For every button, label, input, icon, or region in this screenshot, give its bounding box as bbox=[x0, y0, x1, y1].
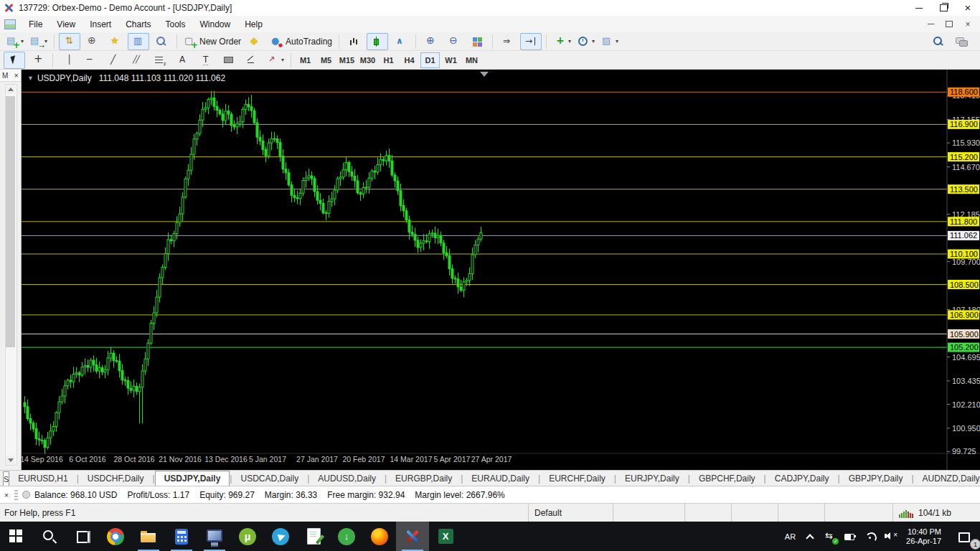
taskbar-start-button[interactable] bbox=[0, 522, 33, 551]
market-watch-button[interactable] bbox=[59, 33, 80, 50]
timeframe-w1[interactable]: W1 bbox=[441, 52, 461, 68]
arrows-button[interactable]: ▾ bbox=[264, 52, 286, 69]
tray-overflow-button[interactable] bbox=[800, 522, 820, 551]
scrollbar-thumb[interactable] bbox=[6, 96, 15, 347]
taskbar-idm-button[interactable]: ↓ bbox=[330, 522, 363, 551]
chart-tab-gbpchf[interactable]: GBPCHF,Daily bbox=[690, 472, 764, 486]
profile-cell[interactable]: Default bbox=[528, 504, 613, 522]
wifi-tray-button[interactable] bbox=[860, 522, 880, 551]
taskbar-remote-desktop-button[interactable] bbox=[198, 522, 231, 551]
chart-tab-audusd[interactable]: AUDUSD,Daily bbox=[309, 472, 385, 486]
auto-scroll-button[interactable] bbox=[497, 33, 519, 50]
action-center-button[interactable]: 1 bbox=[947, 522, 980, 551]
metaeditor-button[interactable] bbox=[245, 33, 266, 50]
chart-tab-usdchf[interactable]: USDCHF,Daily bbox=[79, 472, 153, 486]
taskbar-utorrent-button[interactable]: µ bbox=[231, 522, 264, 551]
market-watch-close-icon[interactable]: × bbox=[14, 71, 19, 80]
taskbar-firefox-button[interactable] bbox=[363, 522, 396, 551]
taskbar-notes-button[interactable] bbox=[297, 522, 330, 551]
menu-help[interactable]: Help bbox=[237, 17, 270, 32]
chart-child-icon[interactable] bbox=[4, 19, 16, 29]
equidistant-channel-button[interactable] bbox=[126, 52, 148, 69]
chart-tab-eurjpy[interactable]: EURJPY,Daily bbox=[616, 472, 688, 486]
chart-tab-usdcad[interactable]: USDCAD,Daily bbox=[232, 472, 307, 486]
taskbar-telegram-button[interactable] bbox=[264, 522, 297, 551]
chevron-down-icon[interactable]: ▾ bbox=[21, 38, 24, 44]
clock-tray-button[interactable]: 10:40 PM 26-Apr-17 bbox=[900, 522, 947, 551]
chevron-down-icon[interactable]: ▾ bbox=[616, 38, 618, 44]
cursor-button[interactable] bbox=[4, 52, 25, 69]
timeframe-m1[interactable]: M1 bbox=[296, 52, 315, 68]
chart-tab-gbpjpy[interactable]: GBPJPY,Daily bbox=[840, 472, 912, 486]
text-label-button[interactable] bbox=[195, 52, 217, 69]
chart-shift-button[interactable] bbox=[520, 33, 542, 50]
market-watch-scrollbar[interactable] bbox=[5, 84, 17, 466]
scroll-up-arrow-icon[interactable] bbox=[6, 85, 15, 94]
chart-tab-euraud[interactable]: EURAUD,Daily bbox=[463, 472, 538, 486]
taskbar-task-view-button[interactable] bbox=[66, 522, 99, 551]
chevron-down-icon[interactable]: ▾ bbox=[592, 38, 595, 44]
fibonacci-button[interactable] bbox=[149, 52, 171, 69]
line-chart-button[interactable] bbox=[390, 33, 411, 50]
market-watch-symbols-tab[interactable]: S bbox=[3, 471, 9, 486]
new-order-button[interactable]: New Order bbox=[182, 33, 243, 50]
taskbar-chrome-button[interactable] bbox=[99, 522, 132, 551]
trendline-button[interactable] bbox=[103, 52, 125, 69]
chart-tab-cadjpy[interactable]: CADJPY,Daily bbox=[766, 472, 838, 486]
chart-tab-audnzd[interactable]: AUDNZD,Daily bbox=[914, 472, 980, 486]
candlesticks-button[interactable] bbox=[367, 33, 388, 50]
chart-tab-usdjpy[interactable]: USDJPY,Daily bbox=[155, 471, 230, 486]
profiles-button[interactable]: ▾ bbox=[27, 33, 50, 50]
chevron-down-icon[interactable]: ▾ bbox=[281, 57, 284, 63]
data-window-button[interactable] bbox=[82, 33, 103, 50]
periods-button[interactable]: ▾ bbox=[575, 33, 597, 50]
menu-charts[interactable]: Charts bbox=[118, 17, 158, 32]
text-button[interactable] bbox=[172, 52, 194, 69]
menu-window[interactable]: Window bbox=[193, 17, 238, 32]
timeframe-mn[interactable]: MN bbox=[462, 52, 481, 68]
chevron-down-icon[interactable]: ▾ bbox=[44, 38, 47, 44]
taskbar-metatrader-button[interactable] bbox=[396, 522, 429, 551]
search-button[interactable] bbox=[928, 33, 949, 50]
zoom-in-button[interactable] bbox=[420, 33, 442, 50]
rectangle-button[interactable] bbox=[218, 52, 240, 69]
terminal-grip-handle[interactable] bbox=[14, 490, 18, 500]
chart-tab-eurgbp[interactable]: EURGBP,Daily bbox=[387, 472, 461, 486]
terminal-close-icon[interactable]: × bbox=[1, 491, 11, 499]
zoom-out-button[interactable] bbox=[443, 33, 465, 50]
navigator-button[interactable] bbox=[105, 33, 126, 50]
timeframe-h4[interactable]: H4 bbox=[400, 52, 419, 68]
volume-tray-button[interactable] bbox=[880, 522, 900, 551]
autotrading-button[interactable]: AutoTrading bbox=[268, 33, 334, 50]
chart-canvas[interactable]: 118.415117.155115.930114.670112.185109.7… bbox=[22, 70, 980, 470]
strategy-tester-button[interactable] bbox=[151, 33, 172, 50]
timeframe-d1[interactable]: D1 bbox=[420, 52, 440, 68]
community-chat-button[interactable] bbox=[951, 33, 972, 50]
language-indicator[interactable]: AR bbox=[781, 522, 800, 551]
new-chart-button[interactable]: ▾ bbox=[4, 33, 26, 50]
trend-angle-button[interactable] bbox=[241, 52, 263, 69]
chart-tab-eurusd[interactable]: EURUSD,H1 bbox=[9, 472, 76, 486]
sync-tray-button[interactable] bbox=[820, 522, 840, 551]
menu-file[interactable]: File bbox=[22, 17, 50, 32]
timeframe-m5[interactable]: M5 bbox=[316, 52, 336, 68]
taskbar-excel-button[interactable]: X bbox=[429, 522, 462, 551]
taskbar-file-explorer-button[interactable] bbox=[132, 522, 165, 551]
menu-view[interactable]: View bbox=[50, 17, 83, 32]
indicators-button[interactable]: ▾ bbox=[551, 33, 573, 50]
tile-windows-button[interactable] bbox=[466, 33, 488, 50]
timeframe-m15[interactable]: M15 bbox=[337, 52, 357, 68]
chevron-down-icon[interactable]: ▾ bbox=[568, 38, 571, 44]
templates-button[interactable]: ▾ bbox=[598, 33, 621, 50]
terminal-panel-button[interactable] bbox=[128, 33, 149, 50]
timeframe-m30[interactable]: M30 bbox=[358, 52, 377, 68]
taskbar-calculator-button[interactable] bbox=[165, 522, 198, 551]
child-minimize-button[interactable] bbox=[921, 18, 940, 31]
chart-collapse-caret-icon[interactable]: ▼ bbox=[27, 75, 34, 82]
close-button[interactable]: × bbox=[956, 0, 980, 16]
menu-tools[interactable]: Tools bbox=[159, 17, 193, 32]
chart-window[interactable]: 118.415117.155115.930114.670112.185109.7… bbox=[22, 70, 980, 470]
scroll-down-arrow-icon[interactable] bbox=[6, 456, 15, 465]
horizontal-line-button[interactable] bbox=[80, 52, 102, 69]
chart-tab-eurchf[interactable]: EURCHF,Daily bbox=[540, 472, 614, 486]
